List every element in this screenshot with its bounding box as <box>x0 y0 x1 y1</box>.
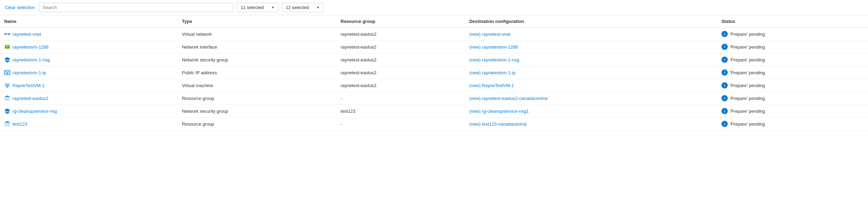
cell-destination: (new) rg-cleanupservice-nsg1 <box>465 105 717 118</box>
clear-selection-button[interactable]: Clear selection <box>4 3 35 11</box>
cell-type: Network security group <box>178 105 336 118</box>
status-text: 'Prepare' pending <box>730 32 765 37</box>
resource-name-link[interactable]: test123 <box>12 121 27 127</box>
cell-type: Public IP address <box>178 66 336 79</box>
resource-name-link[interactable]: RayneTestVM-1 <box>12 83 44 88</box>
resource-name-link[interactable]: raynetest-vnet <box>12 32 41 37</box>
cell-destination: (new) raynetestvm-1-ip <box>465 66 717 79</box>
cell-type: Virtual network <box>178 28 336 41</box>
info-icon: i <box>721 108 728 114</box>
resource-type-icon <box>4 121 10 127</box>
cell-destination: (new) raynetestvm-1286 <box>465 41 717 53</box>
cell-name: NSG rg-cleanupservice-nsg <box>0 105 178 118</box>
destination-link[interactable]: (new) raynetestvm-1-nsg <box>469 57 519 62</box>
table-row: test123 Resource group - (new) test123-c… <box>0 118 868 130</box>
resource-type-icon: NSG <box>4 108 10 114</box>
cell-type: Network security group <box>178 53 336 66</box>
resource-name-link[interactable]: raynetestvm-1-nsg <box>12 57 50 62</box>
cell-status: i 'Prepare' pending <box>717 66 868 79</box>
info-icon: i <box>721 69 728 76</box>
resource-name-link[interactable]: raynetestvm-1-ip <box>12 70 46 75</box>
svg-rect-4 <box>5 45 10 49</box>
destination-link[interactable]: (new) raynetestvm-1286 <box>469 44 518 50</box>
cell-resource-group: test123 <box>336 105 465 118</box>
toolbar: Clear selection 11 selected ▼ 12 selecte… <box>0 0 868 15</box>
svg-rect-5 <box>6 46 9 46</box>
cell-type: Resource group <box>178 92 336 105</box>
info-icon: i <box>721 57 728 63</box>
info-icon: i <box>721 44 728 50</box>
cell-resource-group: raynetest-eastus2 <box>336 66 465 79</box>
status-text: 'Prepare' pending <box>730 44 765 50</box>
col-header-name: Name <box>0 15 178 28</box>
region-filter-dropdown[interactable]: 12 selected ▼ <box>282 3 324 12</box>
cell-name: NSG raynetestvm-1-nsg <box>0 53 178 66</box>
svg-text:NSG: NSG <box>5 59 10 61</box>
destination-link[interactable]: (new) RayneTestVM-1 <box>469 83 514 88</box>
cell-resource-group: raynetest-eastus2 <box>336 53 465 66</box>
table-row: RayneTestVM-1 Virtual machine raynetest-… <box>0 79 868 92</box>
table-row: NSG raynetestvm-1-nsg Network security g… <box>0 53 868 66</box>
info-icon: i <box>721 95 728 101</box>
svg-rect-0 <box>5 33 6 35</box>
resource-type-icon <box>4 31 10 37</box>
col-header-type: Type <box>178 15 336 28</box>
cell-status: i 'Prepare' pending <box>717 92 868 105</box>
table-row: NSG rg-cleanupservice-nsg Network securi… <box>0 105 868 118</box>
status-text: 'Prepare' pending <box>730 109 765 114</box>
cell-resource-group: raynetest-eastus2 <box>336 79 465 92</box>
region-filter-label: 12 selected <box>286 5 314 10</box>
status-text: 'Prepare' pending <box>730 121 765 127</box>
resource-name-link[interactable]: raynetest-eastus2 <box>12 96 48 101</box>
cell-name: raynetestvm-1-ip <box>0 66 178 79</box>
info-icon: i <box>721 82 728 88</box>
cell-type: Resource group <box>178 118 336 130</box>
cell-status: i 'Prepare' pending <box>717 28 868 41</box>
cell-name: RayneTestVM-1 <box>0 79 178 92</box>
cell-type: Network interface <box>178 41 336 53</box>
col-header-resource-group: Resource group <box>336 15 465 28</box>
status-text: 'Prepare' pending <box>730 96 765 101</box>
status-text: 'Prepare' pending <box>730 70 765 75</box>
destination-link[interactable]: (new) test123-canadacentral <box>469 121 527 127</box>
cell-destination: (new) raynetest-vnet <box>465 28 717 41</box>
svg-rect-13 <box>6 84 9 86</box>
svg-rect-14 <box>6 87 8 87</box>
svg-rect-6 <box>6 47 8 48</box>
cell-resource-group: raynetest-eastus2 <box>336 28 465 41</box>
search-input[interactable] <box>39 3 233 12</box>
destination-link[interactable]: (new) raynetest-eastus2-canadacentral <box>469 96 548 101</box>
resources-table: Name Type Resource group Destination con… <box>0 15 868 130</box>
resource-type-icon <box>4 69 10 76</box>
destination-link[interactable]: (new) rg-cleanupservice-nsg1 <box>469 109 529 114</box>
resource-type-icon: NSG <box>4 57 10 63</box>
cell-destination: (new) raynetest-eastus2-canadacentral <box>465 92 717 105</box>
cell-resource-group: - <box>336 118 465 130</box>
cell-name: raynetestvm-1286 <box>0 41 178 53</box>
cell-status: i 'Prepare' pending <box>717 105 868 118</box>
status-text: 'Prepare' pending <box>730 57 765 62</box>
resource-name-link[interactable]: raynetestvm-1286 <box>12 44 49 50</box>
resource-name-link[interactable]: rg-cleanupservice-nsg <box>12 109 57 114</box>
cell-name: raynetest-eastus2 <box>0 92 178 105</box>
cell-destination: (new) RayneTestVM-1 <box>465 79 717 92</box>
type-filter-dropdown[interactable]: 11 selected ▼ <box>237 3 278 12</box>
col-header-status: Status <box>717 15 868 28</box>
resource-type-icon <box>4 44 10 50</box>
cell-status: i 'Prepare' pending <box>717 79 868 92</box>
cell-destination: (new) test123-canadacentral <box>465 118 717 130</box>
destination-link[interactable]: (new) raynetest-vnet <box>469 32 511 37</box>
cell-type: Virtual machine <box>178 79 336 92</box>
destination-link[interactable]: (new) raynetestvm-1-ip <box>469 70 516 75</box>
type-filter-label: 11 selected <box>241 5 268 10</box>
cell-resource-group: raynetest-eastus2 <box>336 41 465 53</box>
resource-type-icon <box>4 95 10 101</box>
cell-name: test123 <box>0 118 178 130</box>
table-row: raynetestvm-1-ip Public IP address rayne… <box>0 66 868 79</box>
col-header-destination: Destination configuration <box>465 15 717 28</box>
table-header-row: Name Type Resource group Destination con… <box>0 15 868 28</box>
cell-destination: (new) raynetestvm-1-nsg <box>465 53 717 66</box>
cell-status: i 'Prepare' pending <box>717 118 868 130</box>
info-icon: i <box>721 31 728 37</box>
table-row: raynetest-eastus2 Resource group - (new)… <box>0 92 868 105</box>
